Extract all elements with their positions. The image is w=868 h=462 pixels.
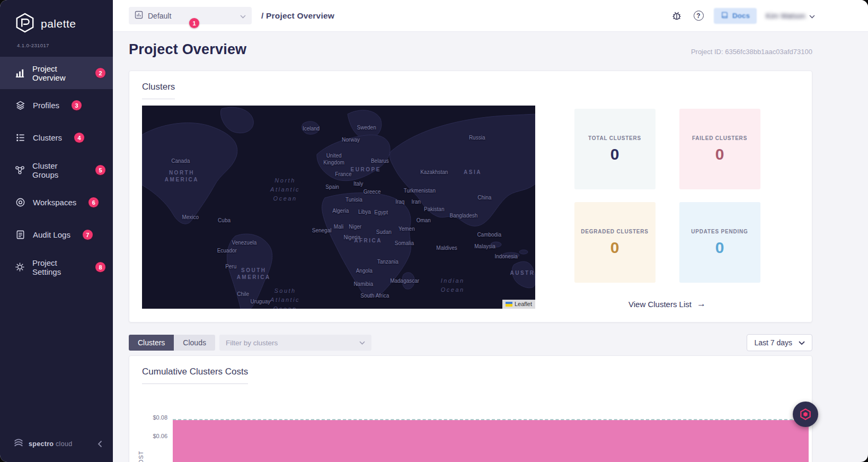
tab-clusters[interactable]: Clusters bbox=[129, 335, 174, 351]
document-icon bbox=[15, 230, 25, 240]
map-label: Iraq bbox=[395, 198, 404, 205]
map-label: Turkmenistan bbox=[404, 187, 436, 194]
sidebar-item-project-overview[interactable]: Project Overview 2 bbox=[0, 57, 113, 89]
chart-title: Cumulative Clusters Costs bbox=[142, 367, 248, 384]
sidebar-item-label: Workspaces bbox=[33, 198, 76, 207]
assistant-fab[interactable] bbox=[793, 402, 818, 427]
sidebar-footer: spectro cloud bbox=[0, 429, 113, 462]
version-label: 4.1.0-231017 bbox=[0, 37, 113, 57]
sidebar-item-label: Clusters bbox=[33, 133, 62, 142]
annotation-badge-6: 6 bbox=[88, 197, 99, 207]
map-label: Russia bbox=[469, 134, 485, 141]
annotation-badge-8: 8 bbox=[95, 262, 105, 272]
chart-plot-area bbox=[173, 405, 809, 462]
map-label: Italy bbox=[353, 180, 363, 187]
sidebar: palette 4.1.0-231017 Project Overview 2 bbox=[0, 0, 113, 462]
map-label: Cuba bbox=[218, 217, 231, 224]
stat-tile-total-clusters: TOTAL CLUSTERS 0 bbox=[574, 109, 656, 189]
clusters-card: Clusters bbox=[129, 71, 812, 322]
date-range-dropdown[interactable]: Last 7 days bbox=[747, 334, 812, 351]
map-label: Tanzania bbox=[377, 258, 398, 265]
map-label: Egypt bbox=[374, 209, 388, 216]
help-icon[interactable]: ? bbox=[692, 10, 705, 22]
chevron-down-icon bbox=[240, 11, 246, 21]
chevron-down-icon bbox=[359, 341, 365, 345]
docs-button[interactable]: Docs bbox=[714, 8, 757, 24]
docs-label: Docs bbox=[732, 12, 750, 20]
chart-area-fill bbox=[173, 420, 809, 462]
map-label: NORTH AMERICA bbox=[165, 169, 199, 183]
map-label: Somalia bbox=[395, 239, 414, 246]
footer-brand: spectro cloud bbox=[29, 440, 72, 448]
main-area: Default 1 / Project Overview ? bbox=[113, 0, 868, 462]
annotation-badge-7: 7 bbox=[83, 230, 93, 240]
map-label: South Atlantic Ocean bbox=[270, 286, 300, 309]
filter-by-clusters-dropdown[interactable]: Filter by clusters bbox=[219, 335, 371, 351]
palette-logo-icon bbox=[15, 13, 35, 35]
sidebar-item-clusters[interactable]: Clusters 4 bbox=[0, 121, 113, 154]
map-label: Angola bbox=[356, 267, 373, 274]
brand-name: palette bbox=[41, 18, 76, 30]
view-clusters-list-link[interactable]: View Clusters List → bbox=[628, 299, 706, 309]
project-selector-dropdown[interactable]: Default 1 bbox=[129, 7, 252, 24]
sidebar-item-label: Cluster Groups bbox=[32, 161, 83, 179]
stat-tile-updates-pending: UPDATES PENDING 0 bbox=[679, 202, 760, 283]
page-head: Project Overview Project ID: 6356fc38bb1… bbox=[129, 41, 812, 58]
sidebar-item-label: Audit Logs bbox=[33, 230, 70, 239]
sidebar-item-audit-logs[interactable]: Audit Logs 7 bbox=[0, 219, 113, 251]
map-label: Yemen bbox=[398, 225, 415, 232]
map-label: Greece bbox=[364, 188, 381, 195]
sidebar-item-workspaces[interactable]: Workspaces 6 bbox=[0, 186, 113, 219]
arrow-right-icon: → bbox=[697, 299, 706, 309]
map-label: Belarus bbox=[371, 158, 389, 164]
map-label: EUROPE bbox=[351, 165, 381, 172]
topbar-actions: ? Docs Kim Watson bbox=[670, 8, 815, 24]
map-label: SOUTH AMERICA bbox=[237, 267, 271, 281]
map-label: Kazakhstan bbox=[420, 168, 448, 175]
map-label: Niger bbox=[349, 223, 361, 230]
ukraine-flag-icon bbox=[506, 302, 512, 307]
map-label: Peru bbox=[225, 263, 236, 269]
map-label: Indian Ocean bbox=[441, 276, 465, 294]
bar-chart-icon bbox=[15, 68, 25, 79]
map-label: Mali bbox=[334, 223, 343, 230]
map-attribution[interactable]: Leaflet bbox=[502, 300, 535, 309]
annotation-badge-4: 4 bbox=[74, 133, 84, 143]
gear-icon bbox=[15, 262, 25, 273]
map-label: Algeria bbox=[332, 207, 349, 214]
y-axis-label: COST bbox=[138, 450, 144, 462]
sidebar-item-label: Project Overview bbox=[32, 64, 83, 82]
sidebar-collapse-button[interactable] bbox=[98, 440, 102, 448]
map-label: North Atlantic Ocean bbox=[270, 176, 300, 203]
user-menu[interactable]: Kim Watson bbox=[766, 11, 815, 21]
map-label: ASIA bbox=[464, 168, 482, 175]
chevron-down-icon bbox=[799, 338, 805, 347]
map-label: Cambodia bbox=[477, 231, 501, 238]
user-name: Kim Watson bbox=[766, 12, 805, 20]
annotation-badge-2: 2 bbox=[95, 68, 105, 78]
map-label: AFRICA bbox=[354, 237, 382, 243]
tab-clouds[interactable]: Clouds bbox=[174, 335, 215, 351]
layers-icon bbox=[15, 100, 25, 111]
dashed-threshold-line bbox=[173, 419, 809, 420]
page-content: Project Overview Project ID: 6356fc38bb1… bbox=[113, 32, 868, 462]
stat-tile-failed-clusters: FAILED CLUSTERS 0 bbox=[679, 109, 760, 189]
map-label: Sudan bbox=[376, 228, 392, 235]
chart-box-icon bbox=[135, 11, 143, 21]
sidebar-item-profiles[interactable]: Profiles 3 bbox=[0, 89, 113, 121]
world-map[interactable]: IcelandSwedenNorwayRussiaCanadaUnited Ki… bbox=[142, 106, 535, 309]
annotation-badge-5: 5 bbox=[95, 165, 105, 175]
bug-report-icon[interactable] bbox=[670, 10, 683, 22]
map-label: Indonesia bbox=[494, 253, 517, 260]
map-label: France bbox=[335, 171, 351, 178]
map-label: Norway bbox=[342, 136, 360, 143]
annotation-badge-1: 1 bbox=[189, 18, 199, 28]
filter-bar: Clusters Clouds Filter by clusters Last … bbox=[129, 334, 812, 351]
spectro-flame-icon bbox=[799, 407, 812, 421]
map-label: Senegal bbox=[312, 227, 332, 234]
sidebar-item-project-settings[interactable]: Project Settings 8 bbox=[0, 251, 113, 283]
sidebar-nav: Project Overview 2 Profiles 3 bbox=[0, 57, 113, 283]
sidebar-item-cluster-groups[interactable]: Cluster Groups 5 bbox=[0, 154, 113, 186]
map-label: Venezuela bbox=[232, 239, 257, 246]
map-label: South Africa bbox=[360, 292, 389, 299]
